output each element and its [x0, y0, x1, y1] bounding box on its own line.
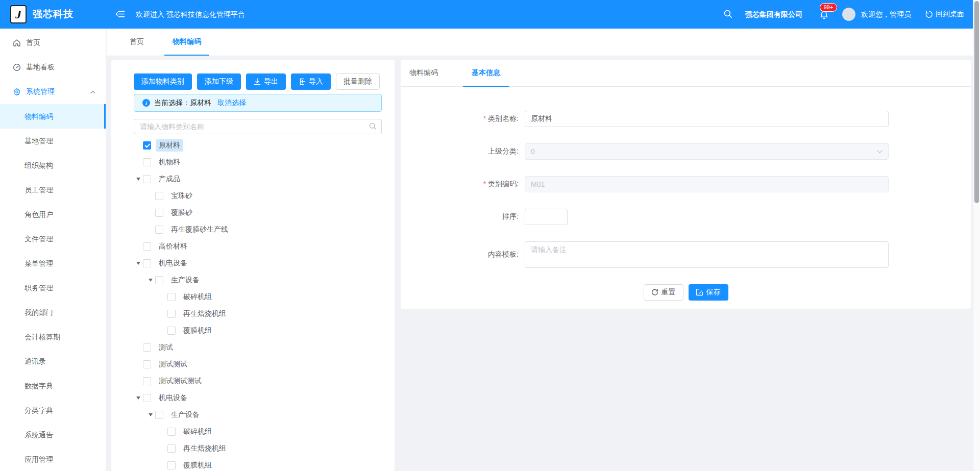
sidebar-item-dashboard[interactable]: 基地看板 [0, 55, 106, 80]
tree-checkbox[interactable] [155, 276, 163, 284]
sidebar-item-home[interactable]: 首页 [0, 31, 106, 55]
sidebar-submenu-item[interactable]: 数据字典 [0, 374, 106, 398]
export-button[interactable]: 导出 [246, 73, 286, 90]
tree-node[interactable]: 机物料 [134, 154, 382, 170]
batch-delete-button[interactable]: 批量删除 [336, 73, 380, 90]
tree-node-label[interactable]: 再生覆膜砂生产线 [168, 224, 231, 236]
tree-checkbox[interactable] [143, 175, 151, 183]
tree-checkbox[interactable] [143, 158, 151, 166]
tree-node-label[interactable]: 原材料 [156, 139, 183, 152]
tree-node-label[interactable]: 破碎机组 [180, 291, 215, 303]
company-name[interactable]: 强芯集团有限公司 [745, 0, 802, 29]
tree-checkbox[interactable] [143, 343, 151, 352]
sidebar-submenu-item[interactable]: 应用管理 [0, 447, 106, 471]
tree-checkbox[interactable] [155, 192, 163, 200]
caret-down-icon[interactable] [146, 192, 155, 200]
avatar[interactable] [842, 8, 855, 21]
page-tab-home[interactable]: 首页 [121, 29, 152, 56]
sidebar-submenu-item[interactable]: 职务管理 [0, 276, 106, 300]
sidebar-submenu-item[interactable]: 组织架构 [0, 153, 106, 178]
bell-icon[interactable] [820, 11, 828, 20]
menu-collapse-icon[interactable] [115, 10, 125, 18]
tree-node-label[interactable]: 测试测试 [156, 358, 190, 370]
tree-checkbox[interactable] [143, 360, 151, 368]
content-template-textarea[interactable] [525, 241, 889, 268]
sidebar-submenu-item[interactable]: 物料编码 [0, 104, 106, 129]
reset-button[interactable]: 重置 [644, 284, 683, 301]
search-icon[interactable] [369, 122, 377, 130]
back-to-desktop-button[interactable]: 回到桌面 [925, 0, 964, 29]
tree-node-label[interactable]: 机物料 [156, 156, 183, 168]
tree-search-input[interactable] [134, 119, 382, 134]
save-button[interactable]: 保存 [689, 284, 728, 301]
caret-down-icon[interactable] [134, 141, 143, 150]
tree-node-label[interactable]: 测试测试测试 [156, 375, 205, 387]
tree-checkbox[interactable] [167, 310, 176, 318]
caret-down-icon[interactable] [134, 175, 143, 183]
sort-input[interactable] [525, 209, 568, 225]
sidebar-submenu-item[interactable]: 我的部门 [0, 300, 106, 325]
sidebar-submenu-item[interactable]: 系统通告 [0, 423, 106, 447]
tree-node-label[interactable]: 再生焙烧机组 [180, 308, 229, 320]
tree-node[interactable]: 覆膜砂 [134, 204, 382, 221]
tree-node[interactable]: 破碎机组 [134, 288, 382, 305]
caret-down-icon[interactable] [158, 310, 167, 318]
tree-checkbox[interactable] [143, 242, 151, 251]
tree-checkbox[interactable] [143, 259, 151, 267]
tree-node[interactable]: 测试测试测试 [134, 373, 382, 389]
caret-down-icon[interactable] [146, 209, 155, 217]
sidebar-submenu-item[interactable]: 角色用户 [0, 202, 106, 227]
tab-material-code[interactable]: 物料编码 [401, 60, 447, 87]
tree-node-label[interactable]: 破碎机组 [180, 426, 215, 438]
sidebar-submenu-item[interactable]: 员工管理 [0, 178, 106, 202]
tree-node[interactable]: 再生焙烧机组 [134, 305, 382, 322]
tree-node-label[interactable]: 机电设备 [156, 257, 190, 269]
tree-node-label[interactable]: 高价材料 [156, 240, 190, 253]
tree-node[interactable]: 产成品 [134, 170, 382, 187]
caret-down-icon[interactable] [158, 428, 167, 436]
tree-node[interactable]: 测试 [134, 339, 382, 356]
tree-node[interactable]: 生产设备 [134, 406, 382, 423]
category-name-input[interactable] [525, 111, 889, 127]
tree-checkbox[interactable] [155, 226, 163, 234]
sidebar-submenu-item[interactable]: 分类字典 [0, 398, 106, 423]
tree-node-label[interactable]: 覆膜砂 [168, 207, 195, 219]
tree-node[interactable]: 再生覆膜砂生产线 [134, 221, 382, 238]
cancel-selection-link[interactable]: 取消选择 [217, 98, 246, 108]
sidebar-submenu-item[interactable]: 会计核算期 [0, 325, 106, 349]
sidebar-submenu-item[interactable]: 文件管理 [0, 227, 106, 251]
tree-checkbox[interactable] [143, 141, 151, 150]
tab-basic-info[interactable]: 基本信息 [463, 60, 509, 87]
tree-node[interactable]: 原材料 [134, 137, 382, 154]
tree-node[interactable]: 覆膜机组 [134, 457, 382, 471]
tree-checkbox[interactable] [167, 428, 176, 436]
caret-down-icon[interactable] [134, 259, 143, 267]
parent-category-select[interactable]: 0 [525, 143, 889, 160]
tree-node[interactable]: 生产设备 [134, 271, 382, 288]
tree-node-label[interactable]: 测试 [156, 341, 176, 354]
tree-node[interactable]: 覆膜机组 [134, 322, 382, 339]
sidebar-submenu-item[interactable]: 菜单管理 [0, 251, 106, 276]
caret-down-icon[interactable] [158, 327, 167, 335]
tree-checkbox[interactable] [143, 377, 151, 385]
add-category-button[interactable]: 添加物料类别 [134, 73, 192, 90]
scrollbar-thumb[interactable] [974, 1, 979, 203]
tree-node[interactable]: 再生焙烧机组 [134, 440, 382, 457]
caret-down-icon[interactable] [158, 293, 167, 301]
tree-node-label[interactable]: 机电设备 [156, 392, 190, 404]
tree-checkbox[interactable] [167, 461, 176, 469]
tree-node-label[interactable]: 生产设备 [168, 274, 203, 286]
tree-node[interactable]: 破碎机组 [134, 423, 382, 440]
caret-down-icon[interactable] [146, 411, 155, 419]
caret-down-icon[interactable] [134, 377, 143, 385]
caret-down-icon[interactable] [134, 360, 143, 368]
caret-down-icon[interactable] [158, 444, 167, 453]
tree-checkbox[interactable] [167, 327, 176, 335]
tree-checkbox[interactable] [155, 411, 163, 419]
caret-down-icon[interactable] [146, 226, 155, 234]
tree-node-label[interactable]: 覆膜机组 [180, 325, 215, 337]
caret-down-icon[interactable] [146, 276, 155, 284]
tree-node[interactable]: 高价材料 [134, 238, 382, 255]
caret-down-icon[interactable] [134, 394, 143, 402]
tree-checkbox[interactable] [155, 209, 163, 217]
